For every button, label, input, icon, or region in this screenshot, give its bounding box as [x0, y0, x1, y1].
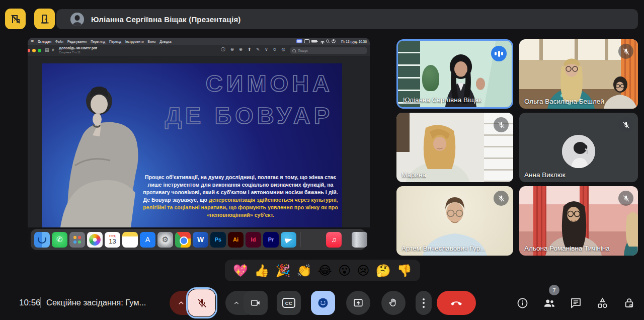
- markup-chevron-icon[interactable]: ∨: [265, 47, 268, 53]
- illustrator-icon[interactable]: Ai: [228, 232, 244, 248]
- zoom-in-tool-icon[interactable]: ⊕: [239, 47, 243, 53]
- smiley-icon: [316, 296, 330, 309]
- premiere-icon[interactable]: Pr: [263, 232, 279, 248]
- room-unavailable-button[interactable]: [5, 9, 26, 29]
- exit-door-button[interactable]: [34, 9, 55, 29]
- reactions-toggle-button[interactable]: [311, 291, 335, 315]
- reactions-bar: 💖 👍 🎉 👏 😂 😮 😢 🤔 👎: [225, 260, 420, 281]
- menu-edit[interactable]: Редагування: [67, 40, 87, 43]
- markup-tool-icon[interactable]: ✎: [256, 47, 260, 53]
- meet-window: Юліанна Сергіївна Віщак (Презентація) ⌘ …: [0, 0, 644, 320]
- captions-button[interactable]: CC: [277, 291, 301, 315]
- participant-tile-yulianna[interactable]: Юліанна Сергіївна Віщак: [396, 39, 513, 109]
- present-icon: [353, 297, 364, 308]
- reaction-thinking[interactable]: 🤔: [376, 265, 391, 277]
- end-call-button[interactable]: [437, 291, 476, 315]
- mic-off-icon: [494, 117, 509, 132]
- participant-tile-olha[interactable]: Ольга Василівна Бешлей: [519, 39, 638, 109]
- door-icon: [39, 13, 51, 25]
- participant-name: Юліанна Сергіївна Віщак: [403, 96, 481, 104]
- photos-icon[interactable]: [87, 232, 103, 248]
- more-options-button[interactable]: [416, 291, 432, 315]
- participants-count-badge: 7: [549, 285, 559, 295]
- participant-tile-alona[interactable]: Альона Романівна Тичініна: [519, 186, 638, 256]
- slide-title: СИМОНА ДЕ БОВУАР: [165, 67, 333, 132]
- minimized-window-thumbnail[interactable]: [304, 232, 324, 248]
- preview-search-field[interactable]: Пошук: [290, 47, 367, 54]
- menu-file[interactable]: Файл: [55, 40, 63, 43]
- menu-window[interactable]: Вікно: [148, 40, 156, 43]
- highlight-tool-icon[interactable]: ◎: [282, 47, 285, 53]
- launchpad-icon[interactable]: [69, 232, 85, 248]
- raise-hand-button[interactable]: [381, 291, 406, 315]
- macos-dock[interactable]: ✆ ГРУД 13 A ⚙ W Ps Ai Id Pr ♫: [31, 229, 366, 250]
- minimize-traffic-light[interactable]: [32, 49, 36, 52]
- participant-tile-maryna[interactable]: Марина: [396, 113, 513, 182]
- slide-body-text: Процес об'єктивації, на думку дослідниці…: [143, 174, 338, 219]
- reaction-party[interactable]: 🎉: [275, 265, 290, 277]
- presenter-avatar: [70, 13, 84, 26]
- trash-icon[interactable]: [352, 232, 367, 248]
- reaction-surprised[interactable]: 😮: [338, 265, 351, 277]
- settings-icon[interactable]: ⚙: [157, 232, 173, 248]
- word-icon[interactable]: W: [193, 232, 208, 248]
- document-title: Доповідь МНЗМтР.pdf: [59, 46, 178, 51]
- menu-tools[interactable]: Інструменти: [125, 40, 144, 43]
- appstore-icon[interactable]: A: [140, 232, 155, 248]
- mic-off-icon: [618, 191, 633, 206]
- chat-icon: [570, 297, 582, 309]
- participant-tile-artem[interactable]: Артем Вячеславович Гур...: [396, 186, 513, 256]
- reaction-thumbs-up[interactable]: 👍: [254, 265, 269, 277]
- meeting-details-button[interactable]: [515, 296, 529, 310]
- apple-menu-icon[interactable]: ⌘: [31, 39, 34, 43]
- speaking-indicator-icon: [491, 46, 507, 61]
- share-tool-icon[interactable]: ⬆: [248, 47, 251, 53]
- participant-name: Альона Романівна Тичініна: [524, 245, 610, 252]
- reaction-laugh[interactable]: 😂: [318, 265, 332, 277]
- presenter-banner[interactable]: Юліанна Сергіївна Віщак (Презентація): [56, 9, 638, 29]
- show-everyone-button[interactable]: [542, 296, 556, 310]
- camera-icon: [250, 297, 261, 308]
- preview-window: ▤ ∨ Доповідь МНЗМтР.pdf Сторінка 7 із 11…: [28, 45, 370, 227]
- chat-button[interactable]: [569, 296, 583, 310]
- slide-canvas: СИМОНА ДЕ БОВУАР Процес об'єктивації, на…: [42, 63, 342, 231]
- zoom-out-tool-icon[interactable]: ⊖: [230, 47, 234, 53]
- calendar-icon[interactable]: ГРУД 13: [105, 232, 120, 248]
- menu-help[interactable]: Довідка: [159, 40, 171, 43]
- reaction-cry[interactable]: 😢: [357, 265, 369, 277]
- sidebar-toggle-icon[interactable]: ▤ ∨: [45, 47, 55, 52]
- menu-go[interactable]: Перехід: [109, 40, 121, 43]
- close-traffic-light[interactable]: [28, 49, 30, 52]
- info-tool-icon[interactable]: ⓘ: [221, 47, 225, 53]
- preview-toolbar: ⓘ ⊖ ⊕ ⬆ ✎ ∨ ↻ ◎: [221, 47, 285, 53]
- telegram-icon[interactable]: [281, 232, 296, 248]
- photoshop-icon[interactable]: Ps: [210, 232, 226, 248]
- menu-app-name[interactable]: Оглядач: [38, 40, 51, 43]
- present-screen-button[interactable]: [346, 291, 370, 315]
- reaction-heart[interactable]: 💖: [233, 265, 248, 277]
- music-icon[interactable]: ♫: [326, 232, 342, 248]
- rotate-tool-icon[interactable]: ↻: [273, 47, 276, 53]
- participant-name: Ольга Василівна Бешлей: [524, 98, 604, 105]
- lock-icon: [623, 297, 635, 309]
- participant-tile-anna[interactable]: Анна Виклюк: [519, 113, 638, 182]
- host-controls-button[interactable]: [622, 296, 636, 310]
- shared-screen-tile[interactable]: ⌘ Оглядач Файл Редагування Перегляд Пере…: [28, 38, 370, 252]
- mic-mute-button[interactable]: [188, 289, 215, 316]
- whatsapp-icon[interactable]: ✆: [52, 232, 67, 248]
- mic-off-icon: [618, 44, 633, 59]
- clock: 10:56: [19, 298, 41, 308]
- menu-view[interactable]: Перегляд: [91, 40, 105, 43]
- chrome-icon[interactable]: [175, 232, 191, 248]
- reaction-clap[interactable]: 👏: [297, 265, 312, 277]
- camera-button[interactable]: [244, 291, 268, 315]
- preview-titlebar: ▤ ∨ Доповідь МНЗМтР.pdf Сторінка 7 із 11…: [28, 45, 370, 56]
- menubar-clock: Пт 13 груд. 10:56: [341, 40, 367, 43]
- indesign-icon[interactable]: Id: [246, 232, 261, 248]
- zoom-traffic-light[interactable]: [38, 49, 41, 52]
- activities-button[interactable]: [595, 296, 609, 310]
- chevron-up-icon: [177, 298, 186, 307]
- notes-icon[interactable]: [122, 232, 138, 248]
- finder-icon[interactable]: [34, 232, 50, 248]
- reaction-thumbs-down[interactable]: 👎: [397, 265, 412, 277]
